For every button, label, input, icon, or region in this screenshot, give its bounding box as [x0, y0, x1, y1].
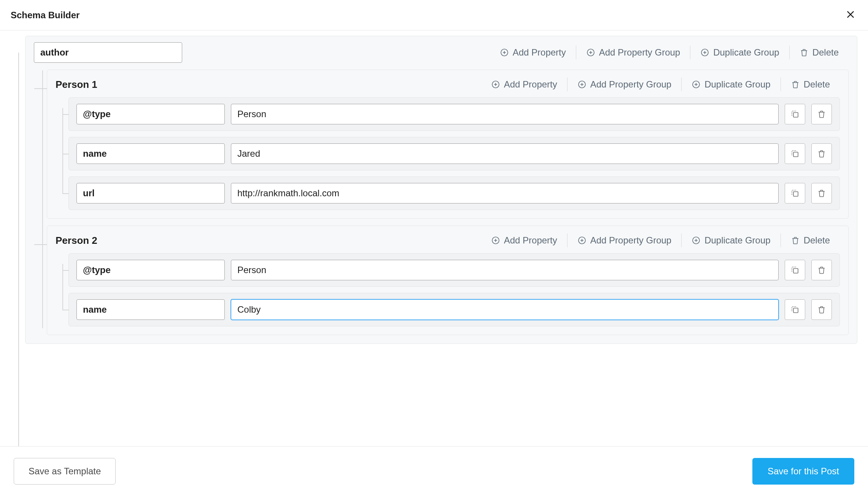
- trash-icon: [817, 305, 826, 314]
- property-key-input[interactable]: [76, 143, 225, 164]
- delete-property-button[interactable]: [811, 260, 832, 280]
- property-row: [68, 137, 840, 170]
- delete-label: Delete: [804, 79, 830, 90]
- add-property-button[interactable]: Add Property: [481, 78, 567, 91]
- copy-icon: [790, 110, 800, 119]
- property-key-input[interactable]: [76, 104, 225, 124]
- trash-icon: [817, 149, 826, 158]
- svg-rect-7: [793, 152, 798, 157]
- plus-circle-icon: [692, 80, 701, 89]
- subgroup-connector: [34, 244, 47, 245]
- property-value-input[interactable]: [231, 299, 779, 320]
- add-property-button[interactable]: Add Property: [481, 234, 567, 247]
- duplicate-group-label: Duplicate Group: [713, 47, 779, 58]
- delete-property-button[interactable]: [811, 183, 832, 203]
- delete-property-button[interactable]: [811, 104, 832, 124]
- save-for-post-button[interactable]: Save for this Post: [752, 458, 854, 485]
- delete-group-button[interactable]: Delete: [781, 234, 840, 247]
- delete-property-button[interactable]: [811, 143, 832, 164]
- rows: [56, 253, 840, 326]
- modal-header: Schema Builder: [0, 0, 868, 30]
- add-property-group-button[interactable]: Add Property Group: [567, 78, 681, 91]
- rows-line: [62, 264, 63, 310]
- trash-icon: [800, 48, 809, 57]
- group-name-input[interactable]: [34, 42, 182, 63]
- plus-circle-icon: [692, 236, 701, 245]
- close-button[interactable]: [844, 8, 857, 22]
- svg-rect-8: [793, 192, 798, 196]
- subgroup-connector: [34, 88, 47, 89]
- property-key-input[interactable]: [76, 299, 225, 320]
- property-key-input[interactable]: [76, 183, 225, 203]
- property-value-input[interactable]: [231, 260, 779, 280]
- plus-circle-icon: [700, 48, 709, 57]
- add-property-group-button[interactable]: Add Property Group: [567, 234, 681, 247]
- trash-icon: [817, 265, 826, 275]
- property-key-input[interactable]: [76, 260, 225, 280]
- trash-icon: [817, 189, 826, 198]
- subgroup-header: Person 1 Add Property Add Property Group…: [56, 78, 840, 91]
- add-property-group-label: Add Property Group: [599, 47, 680, 58]
- modal-body: Add Property Add Property Group Duplicat…: [0, 30, 868, 446]
- property-value-input[interactable]: [231, 183, 779, 203]
- copy-property-button[interactable]: [785, 104, 805, 124]
- add-property-group-label: Add Property Group: [590, 235, 671, 246]
- subgroup-header: Person 2 Add Property Add Property Group…: [56, 234, 840, 247]
- group-author: Add Property Add Property Group Duplicat…: [25, 36, 857, 344]
- trash-icon: [791, 80, 800, 89]
- modal-footer: Save as Template Save for this Post: [0, 446, 868, 496]
- group-actions: Add Property Add Property Group Duplicat…: [490, 46, 849, 59]
- rows: [56, 97, 840, 210]
- copy-property-button[interactable]: [785, 299, 805, 320]
- delete-group-label: Delete: [812, 47, 839, 58]
- close-icon: [845, 9, 856, 20]
- plus-circle-icon: [577, 80, 587, 89]
- duplicate-group-button[interactable]: Duplicate Group: [681, 78, 780, 91]
- svg-rect-13: [793, 308, 798, 313]
- row-connector: [63, 310, 69, 310]
- copy-property-button[interactable]: [785, 260, 805, 280]
- property-row: [68, 97, 840, 131]
- duplicate-group-button[interactable]: Duplicate Group: [690, 46, 789, 59]
- copy-icon: [790, 265, 800, 275]
- plus-circle-icon: [491, 80, 500, 89]
- delete-label: Delete: [804, 235, 830, 246]
- add-property-label: Add Property: [504, 79, 557, 90]
- subgroup-actions: Add Property Add Property Group Duplicat…: [481, 78, 840, 91]
- delete-group-button[interactable]: Delete: [789, 46, 849, 59]
- copy-property-button[interactable]: [785, 143, 805, 164]
- modal-title: Schema Builder: [11, 10, 79, 21]
- subgroup-title: Person 1: [56, 79, 97, 91]
- trash-icon: [791, 236, 800, 245]
- svg-rect-12: [793, 269, 798, 273]
- delete-property-button[interactable]: [811, 299, 832, 320]
- save-as-template-button[interactable]: Save as Template: [14, 458, 116, 485]
- copy-icon: [790, 149, 800, 158]
- row-connector: [63, 154, 69, 154]
- property-row: [68, 176, 840, 210]
- add-property-group-button[interactable]: Add Property Group: [576, 46, 690, 59]
- row-connector: [63, 193, 69, 194]
- duplicate-group-label: Duplicate Group: [704, 79, 770, 90]
- add-property-group-label: Add Property Group: [590, 79, 671, 90]
- duplicate-group-label: Duplicate Group: [704, 235, 770, 246]
- subgroup: Person 2 Add Property Add Property Group…: [47, 226, 849, 335]
- add-property-label: Add Property: [513, 47, 566, 58]
- schema-builder-modal: Schema Builder Add Property Add Property…: [0, 0, 868, 496]
- subgroup-title: Person 2: [56, 235, 97, 246]
- property-value-input[interactable]: [231, 104, 779, 124]
- trash-icon: [817, 110, 826, 119]
- duplicate-group-button[interactable]: Duplicate Group: [681, 234, 780, 247]
- copy-icon: [790, 305, 800, 314]
- plus-circle-icon: [586, 48, 595, 57]
- subgroup-actions: Add Property Add Property Group Duplicat…: [481, 234, 840, 247]
- copy-property-button[interactable]: [785, 183, 805, 203]
- tree-line: [18, 52, 19, 446]
- rows-line: [62, 108, 63, 194]
- plus-circle-icon: [577, 236, 587, 245]
- delete-group-button[interactable]: Delete: [781, 78, 840, 91]
- row-connector: [63, 270, 69, 271]
- group-header: Add Property Add Property Group Duplicat…: [34, 42, 849, 63]
- add-property-button[interactable]: Add Property: [490, 46, 576, 59]
- property-value-input[interactable]: [231, 143, 779, 164]
